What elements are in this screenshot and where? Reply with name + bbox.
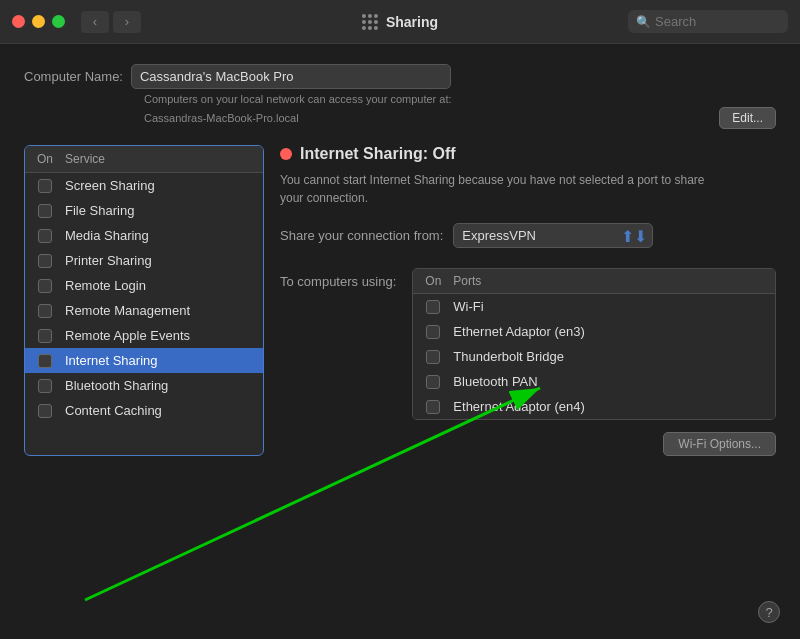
service-name: Content Caching — [65, 403, 263, 418]
service-item[interactable]: Remote Login — [25, 273, 263, 298]
port-checkbox-box[interactable] — [426, 350, 440, 364]
share-from-label: Share your connection from: — [280, 228, 443, 243]
service-checkbox[interactable] — [25, 354, 65, 368]
service-item[interactable]: Remote Apple Events — [25, 323, 263, 348]
close-button[interactable] — [12, 15, 25, 28]
services-header: On Service — [25, 146, 263, 173]
port-name: Ethernet Adaptor (en4) — [453, 399, 775, 414]
ports-header-ports: Ports — [453, 274, 775, 288]
service-item[interactable]: Remote Management — [25, 298, 263, 323]
apps-grid-icon — [362, 14, 378, 30]
service-item[interactable]: Screen Sharing — [25, 173, 263, 198]
service-checkbox-box[interactable] — [38, 329, 52, 343]
port-checkbox-box[interactable] — [426, 325, 440, 339]
service-checkbox[interactable] — [25, 179, 65, 193]
ports-table: On Ports Wi-Fi Ethernet Adaptor (en3) Th… — [412, 268, 776, 420]
service-checkbox[interactable] — [25, 404, 65, 418]
sharing-description: You cannot start Internet Sharing becaus… — [280, 171, 710, 207]
service-name: Remote Login — [65, 278, 263, 293]
computer-name-input[interactable] — [131, 64, 451, 89]
share-from-row: Share your connection from: ExpressVPN ⬆… — [280, 223, 776, 248]
port-checkbox[interactable] — [413, 375, 453, 389]
service-checkbox[interactable] — [25, 229, 65, 243]
port-checkbox-box[interactable] — [426, 300, 440, 314]
service-checkbox-box[interactable] — [38, 229, 52, 243]
status-dot-red — [280, 148, 292, 160]
port-checkbox[interactable] — [413, 325, 453, 339]
right-panel: Internet Sharing: Off You cannot start I… — [280, 145, 776, 456]
service-name: Internet Sharing — [65, 353, 263, 368]
service-checkbox[interactable] — [25, 379, 65, 393]
service-name: Screen Sharing — [65, 178, 263, 193]
ports-section-row: To computers using: On Ports Wi-Fi Ether… — [280, 268, 776, 420]
port-row[interactable]: Bluetooth PAN — [413, 369, 775, 394]
service-item[interactable]: Media Sharing — [25, 223, 263, 248]
service-item[interactable]: Content Caching — [25, 398, 263, 423]
search-input[interactable] — [655, 14, 775, 29]
back-button[interactable]: ‹ — [81, 11, 109, 33]
service-checkbox-box[interactable] — [38, 279, 52, 293]
traffic-lights — [12, 15, 65, 28]
service-checkbox[interactable] — [25, 329, 65, 343]
title-center: Sharing — [362, 14, 438, 30]
maximize-button[interactable] — [52, 15, 65, 28]
service-item[interactable]: File Sharing — [25, 198, 263, 223]
sharing-title-text: Internet Sharing: Off — [300, 145, 456, 163]
wifi-options-button[interactable]: Wi-Fi Options... — [663, 432, 776, 456]
service-checkbox-box[interactable] — [38, 204, 52, 218]
local-address: Cassandras-MacBook-Pro.local — [144, 112, 707, 124]
port-name: Ethernet Adaptor (en3) — [453, 324, 775, 339]
service-name: File Sharing — [65, 203, 263, 218]
ports-header-on: On — [413, 274, 453, 288]
service-checkbox-box[interactable] — [38, 354, 52, 368]
edit-button[interactable]: Edit... — [719, 107, 776, 129]
port-checkbox[interactable] — [413, 350, 453, 364]
services-header-on: On — [25, 152, 65, 166]
share-from-select-wrapper: ExpressVPN ⬆⬇ — [453, 223, 653, 248]
local-address-row: Cassandras-MacBook-Pro.local Edit... — [144, 107, 776, 129]
port-row[interactable]: Thunderbolt Bridge — [413, 344, 775, 369]
service-checkbox-box[interactable] — [38, 379, 52, 393]
service-name: Remote Management — [65, 303, 263, 318]
search-box[interactable]: 🔍 — [628, 10, 788, 33]
port-name: Thunderbolt Bridge — [453, 349, 775, 364]
port-row[interactable]: Ethernet Adaptor (en3) — [413, 319, 775, 344]
internet-sharing-title: Internet Sharing: Off — [280, 145, 776, 163]
service-checkbox[interactable] — [25, 204, 65, 218]
main-content: Computer Name: Computers on your local n… — [0, 44, 800, 476]
minimize-button[interactable] — [32, 15, 45, 28]
service-item[interactable]: Internet Sharing — [25, 348, 263, 373]
service-checkbox[interactable] — [25, 279, 65, 293]
port-checkbox[interactable] — [413, 300, 453, 314]
service-checkbox-box[interactable] — [38, 404, 52, 418]
titlebar: ‹ › Sharing 🔍 — [0, 0, 800, 44]
service-checkbox[interactable] — [25, 304, 65, 318]
help-button[interactable]: ? — [758, 601, 780, 623]
service-item[interactable]: Bluetooth Sharing — [25, 373, 263, 398]
service-item[interactable]: Printer Sharing — [25, 248, 263, 273]
computer-name-label: Computer Name: — [24, 69, 123, 84]
port-row[interactable]: Ethernet Adaptor (en4) — [413, 394, 775, 419]
service-checkbox-box[interactable] — [38, 179, 52, 193]
service-name: Printer Sharing — [65, 253, 263, 268]
forward-button[interactable]: › — [113, 11, 141, 33]
port-row[interactable]: Wi-Fi — [413, 294, 775, 319]
service-checkbox-box[interactable] — [38, 304, 52, 318]
service-name: Remote Apple Events — [65, 328, 263, 343]
services-list: Screen Sharing File Sharing Media Sharin… — [25, 173, 263, 423]
search-icon: 🔍 — [636, 15, 651, 29]
ports-list: Wi-Fi Ethernet Adaptor (en3) Thunderbolt… — [413, 294, 775, 419]
port-checkbox-box[interactable] — [426, 375, 440, 389]
services-panel: On Service Screen Sharing File Sharing M… — [24, 145, 264, 456]
port-checkbox-box[interactable] — [426, 400, 440, 414]
port-name: Wi-Fi — [453, 299, 775, 314]
port-checkbox[interactable] — [413, 400, 453, 414]
service-checkbox-box[interactable] — [38, 254, 52, 268]
nav-buttons: ‹ › — [81, 11, 141, 33]
service-name: Media Sharing — [65, 228, 263, 243]
computer-name-row: Computer Name: — [24, 64, 776, 89]
service-checkbox[interactable] — [25, 254, 65, 268]
wifi-options-row: Wi-Fi Options... — [280, 432, 776, 456]
local-network-info: Computers on your local network can acce… — [144, 93, 776, 105]
share-from-select[interactable]: ExpressVPN — [453, 223, 653, 248]
